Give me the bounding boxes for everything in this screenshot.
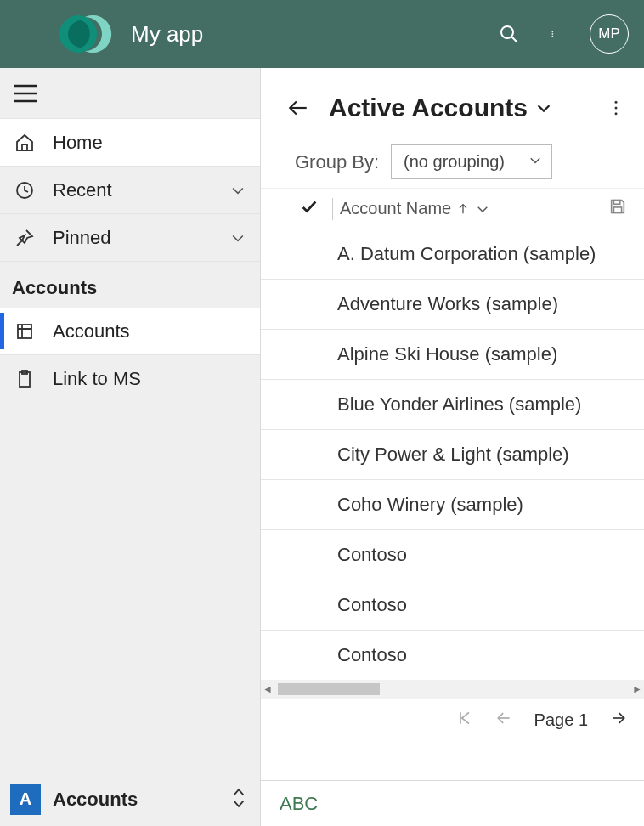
view-selector[interactable]: Active Accounts xyxy=(329,93,553,122)
svg-point-16 xyxy=(615,112,618,115)
updown-icon xyxy=(231,787,250,812)
group-by-value: (no grouping) xyxy=(404,152,505,172)
svg-line-2 xyxy=(511,37,517,42)
home-icon xyxy=(12,130,37,156)
sidebar-item-pinned[interactable]: Pinned xyxy=(0,214,260,262)
svg-point-4 xyxy=(552,33,553,34)
clipboard-icon xyxy=(12,366,37,392)
svg-rect-10 xyxy=(18,325,31,338)
next-page-button[interactable] xyxy=(610,710,627,731)
view-overflow-menu[interactable] xyxy=(603,95,629,121)
grid-column-header: Account Name xyxy=(261,189,644,229)
svg-point-3 xyxy=(552,31,553,32)
clock-icon xyxy=(12,178,37,203)
group-by-row: Group By: (no grouping) xyxy=(261,136,644,188)
table-row[interactable]: Contoso xyxy=(261,631,644,680)
select-all-checkbox[interactable] xyxy=(300,197,324,220)
svg-rect-18 xyxy=(613,201,619,205)
status-text: ABC xyxy=(280,793,318,815)
area-switcher[interactable]: A Accounts xyxy=(0,772,260,826)
group-by-label: Group By: xyxy=(295,151,379,173)
area-label: Accounts xyxy=(53,789,231,811)
accounts-icon xyxy=(12,319,37,344)
overflow-menu-icon[interactable] xyxy=(544,23,566,45)
sidebar-item-label: Link to MS xyxy=(53,368,141,390)
svg-point-15 xyxy=(615,107,618,110)
sidebar-item-home[interactable]: Home xyxy=(0,119,260,167)
prev-page-button[interactable] xyxy=(495,710,512,731)
chevron-down-icon xyxy=(228,228,248,248)
sort-asc-icon xyxy=(456,202,470,216)
pager: Page 1 xyxy=(261,699,644,741)
sidebar-item-label: Home xyxy=(53,132,103,154)
chevron-down-icon xyxy=(528,152,543,172)
sidebar-item-link-to-ms[interactable]: Link to MS xyxy=(0,355,260,403)
app-logo-icon xyxy=(59,10,107,58)
area-badge: A xyxy=(10,784,41,815)
scroll-left-icon[interactable]: ◄ xyxy=(261,683,274,695)
first-page-button[interactable] xyxy=(456,710,473,731)
table-row[interactable]: Coho Winery (sample) xyxy=(261,480,644,530)
table-row[interactable]: Alpine Ski House (sample) xyxy=(261,330,644,380)
table-row[interactable]: City Power & Light (sample) xyxy=(261,430,644,480)
sidebar-item-label: Pinned xyxy=(53,227,111,249)
pin-icon xyxy=(12,225,37,251)
search-icon[interactable] xyxy=(498,23,520,45)
table-row[interactable]: Adventure Works (sample) xyxy=(261,280,644,330)
back-button[interactable] xyxy=(283,93,314,123)
horizontal-scrollbar[interactable]: ◄ ► xyxy=(261,680,644,699)
sidebar-item-label: Recent xyxy=(53,179,112,201)
save-icon[interactable] xyxy=(608,197,627,220)
chevron-down-icon xyxy=(475,201,490,217)
table-row[interactable]: Contoso xyxy=(261,580,644,631)
table-row[interactable]: A. Datum Corporation (sample) xyxy=(261,229,644,280)
scrollbar-thumb[interactable] xyxy=(278,683,380,695)
column-label: Account Name xyxy=(340,199,451,218)
view-title-text: Active Accounts xyxy=(329,93,528,122)
app-title: My app xyxy=(131,21,498,48)
grid-rows[interactable]: A. Datum Corporation (sample) Adventure … xyxy=(261,229,644,680)
sidebar-group-header: Accounts xyxy=(0,262,260,308)
scroll-right-icon[interactable]: ► xyxy=(630,683,644,695)
hamburger-button[interactable] xyxy=(0,68,260,119)
group-by-select[interactable]: (no grouping) xyxy=(391,144,552,179)
table-row[interactable]: Contoso xyxy=(261,530,644,580)
main-header: Active Accounts xyxy=(261,68,644,136)
svg-point-14 xyxy=(615,101,618,104)
sidebar-item-recent[interactable]: Recent xyxy=(0,167,260,214)
chevron-down-icon xyxy=(228,180,248,201)
sidebar-item-label: Accounts xyxy=(53,320,130,342)
main-content: Active Accounts Group By: (no grouping) xyxy=(261,68,644,826)
table-row[interactable]: Blue Yonder Airlines (sample) xyxy=(261,380,644,430)
app-header: My app MP xyxy=(0,0,644,68)
sidebar: Home Recent Pinned Accounts A xyxy=(0,68,261,826)
page-label: Page 1 xyxy=(534,710,588,730)
svg-point-5 xyxy=(552,36,553,37)
sidebar-item-accounts[interactable]: Accounts xyxy=(0,308,260,355)
svg-point-1 xyxy=(501,26,513,38)
user-avatar[interactable]: MP xyxy=(590,14,629,54)
status-bar: ABC xyxy=(261,780,644,826)
svg-rect-19 xyxy=(613,207,621,212)
column-account-name[interactable]: Account Name xyxy=(340,199,490,218)
grid: Account Name A. Datum Corporation (sampl… xyxy=(261,188,644,780)
chevron-down-icon xyxy=(534,99,553,117)
